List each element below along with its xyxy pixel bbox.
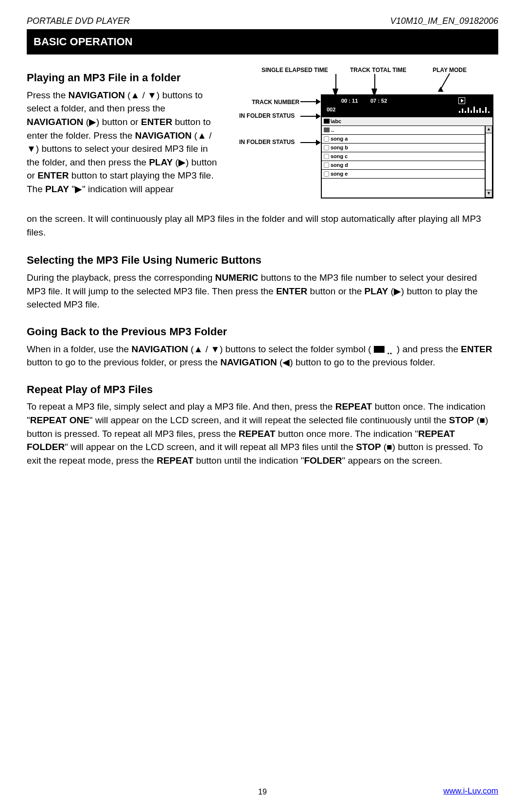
track-number: 002	[327, 106, 335, 114]
heading-repeat: Repeat Play of MP3 Files	[27, 382, 498, 397]
list-up: ..	[322, 126, 485, 134]
para-1-cont: on the screen. It will continuously play…	[27, 212, 498, 239]
header-left: PORTABLE DVD PLAYER	[27, 15, 130, 27]
screen-box: 00 : 11 07 : 52 002 \abc	[321, 94, 493, 198]
path-row: \abc	[322, 117, 492, 126]
list-item: song a	[322, 134, 485, 143]
para-numeric: During the playback, press the correspon…	[27, 271, 498, 311]
folder-symbol-icon	[374, 346, 385, 353]
file-icon	[324, 162, 329, 168]
folder-icon	[324, 119, 330, 124]
scrollbar: ▲ ▼	[485, 126, 492, 198]
footer-link[interactable]: www.i-Luv.com	[443, 785, 498, 797]
heading-goback: Going Back to the Previous MP3 Folder	[27, 324, 498, 340]
label-tracknum: TRACK NUMBER	[252, 98, 299, 107]
header-right: V10M10_IM_EN_09182006	[390, 15, 498, 27]
para-1: Press the NAVIGATION (▲ / ▼) buttons to …	[27, 89, 219, 196]
elapsed-time: 00 : 11	[341, 97, 358, 105]
scroll-up-icon: ▲	[485, 126, 492, 133]
play-mode-icon	[458, 97, 465, 104]
heading-numeric: Selecting the MP3 File Using Numeric But…	[27, 253, 498, 268]
label-total: TRACK TOTAL TIME	[350, 66, 406, 74]
list-item: song d	[322, 161, 485, 169]
label-status1: IN FOLDER STATUS	[239, 112, 295, 120]
file-icon	[324, 154, 329, 159]
file-icon	[324, 171, 329, 177]
file-icon	[324, 145, 329, 150]
list-item: song c	[322, 152, 485, 161]
heading-playing: Playing an MP3 File in a folder	[27, 70, 219, 86]
para-goback: When in a folder, use the NAVIGATION (▲ …	[27, 343, 498, 369]
list-item: song e	[322, 169, 485, 178]
label-status2: IN FOLDER STATUS	[239, 138, 295, 146]
file-icon	[324, 136, 329, 142]
para-repeat: To repeat a MP3 file, simply select and …	[27, 400, 498, 467]
total-time: 07 : 52	[370, 97, 387, 105]
list-item: song b	[322, 143, 485, 152]
label-elapsed: SINGLE ELAPSED TIME	[262, 66, 328, 74]
equalizer-icon	[459, 106, 490, 113]
scroll-down-icon: ▼	[485, 190, 492, 198]
mp3-screen-diagram: SINGLE ELAPSED TIME TRACK TOTAL TIME PLA…	[233, 61, 498, 212]
section-bar: BASIC OPERATION	[27, 29, 498, 54]
